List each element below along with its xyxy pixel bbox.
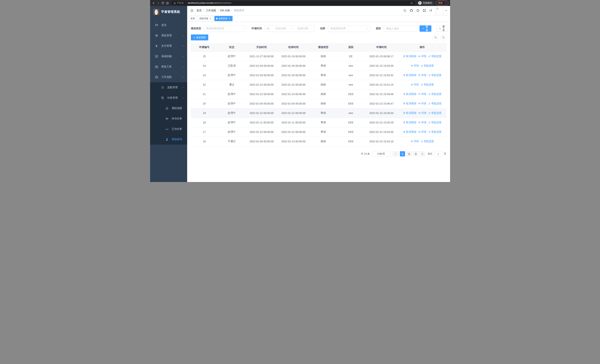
goto-page-input[interactable] xyxy=(434,151,442,157)
sidebar-menu: 首页系统管理¥支付管理基础设施研发工具工作流程流程管理任务管理我的流程待办任务已… xyxy=(150,18,187,145)
approval-progress-link[interactable]: 审批进度 xyxy=(421,140,434,143)
detail-link[interactable]: 详情 xyxy=(418,121,426,124)
prev-page-button[interactable] xyxy=(393,151,398,156)
detail-link[interactable]: 详情 xyxy=(411,140,419,143)
chevron-down-icon xyxy=(182,35,184,37)
bookmark-star-icon[interactable] xyxy=(410,2,413,4)
detail-link[interactable]: 详情 xyxy=(411,64,419,67)
detail-link[interactable]: 详情 xyxy=(411,83,419,86)
breadcrumb-item[interactable]: OA 示例 xyxy=(220,9,230,12)
sidebar-item-process-mgmt[interactable]: 流程管理 xyxy=(150,82,187,93)
start-date-input[interactable]: 开始日期 xyxy=(271,27,291,30)
sidebar-item-home[interactable]: 首页 xyxy=(150,20,187,30)
cancel-leave-link[interactable]: 取消请假 xyxy=(403,130,416,134)
detail-link[interactable]: 详情 xyxy=(418,74,426,77)
breadcrumb-item[interactable]: 工作流程 xyxy=(206,9,216,12)
end-date-input[interactable]: 结束日期 xyxy=(293,27,312,30)
cancel-leave-link[interactable]: 取消请假 xyxy=(403,121,416,124)
approval-progress-link[interactable]: 审批进度 xyxy=(428,130,441,134)
address-bar[interactable]: 不安全 dashboard.yudao.iocoder.cn/bpm/oa/le… xyxy=(171,1,415,5)
page-size-select[interactable]: 10条/页 xyxy=(372,151,393,157)
filter-result: 结果 请选择流结果 xyxy=(320,25,370,32)
tag-leave-query[interactable]: 请假查询× xyxy=(214,16,233,21)
sidebar-item-task-mgmt[interactable]: 任务管理 xyxy=(150,93,187,103)
page-button-2[interactable]: 2 xyxy=(407,151,412,156)
caret-down-icon[interactable]: ▼ xyxy=(445,10,447,11)
fullscreen-icon[interactable] xyxy=(423,9,426,12)
sidebar-item-todo-tasks[interactable]: 待办任务 xyxy=(150,113,187,124)
cell-id: 23 xyxy=(191,71,218,80)
cancel-leave-link[interactable]: 取消请假 xyxy=(403,111,416,115)
tag-process-detail[interactable]: 流程详情× xyxy=(198,16,214,21)
cancel-leave-link[interactable]: 取消请假 xyxy=(403,55,416,58)
cell-reason: EEE xyxy=(337,90,365,99)
approval-progress-link[interactable]: 审批进度 xyxy=(421,64,434,67)
cell-id: 19 xyxy=(191,108,218,118)
cell-apply-time: 2022-01-22 23:53:32 xyxy=(365,71,398,80)
more-vertical-icon[interactable] xyxy=(445,2,447,4)
column-header: 请假类型 xyxy=(309,43,337,52)
cancel-leave-link[interactable]: 取消请假 xyxy=(403,74,416,77)
cancel-leave-link[interactable]: 取消请假 xyxy=(403,93,416,96)
sidebar-item-payment-mgmt[interactable]: ¥支付管理 xyxy=(150,41,187,51)
result-select[interactable]: 请选择流结果 xyxy=(328,25,370,32)
leave-type-select[interactable]: 请选择请假类型 xyxy=(204,25,246,32)
approval-progress-link[interactable]: 审批进度 xyxy=(428,102,441,105)
sidebar-item-done-tasks[interactable]: 已办任务 xyxy=(150,124,187,134)
breadcrumb-item[interactable]: 首页 xyxy=(197,9,202,12)
table-row: 16不通过2022-01-04 00:00:002022-01-13 00:00… xyxy=(191,137,446,146)
sidebar-item-leave-query[interactable]: 请假查询 xyxy=(150,134,187,145)
help-icon[interactable] xyxy=(416,9,420,12)
approval-progress-link[interactable]: 审批进度 xyxy=(428,93,441,96)
page-button-1[interactable]: 1 xyxy=(400,151,405,156)
create-leave-button[interactable]: + 发起请假 xyxy=(191,35,208,40)
reload-icon[interactable] xyxy=(161,1,164,5)
font-size-icon[interactable] xyxy=(429,9,432,12)
sidebar-item-dev-tools[interactable]: 研发工具 xyxy=(150,62,187,72)
sidebar-item-system-mgmt[interactable]: 系统管理 xyxy=(150,30,187,41)
cell-end-time: 2022-01-11 00:00:00 xyxy=(278,118,309,127)
detail-link[interactable]: 详情 xyxy=(418,102,426,105)
home-icon[interactable] xyxy=(166,1,169,5)
github-icon[interactable] xyxy=(410,9,413,12)
sidebar-item-infrastructure[interactable]: 基础设施 xyxy=(150,51,187,62)
search-button[interactable]: 搜索 xyxy=(420,25,431,32)
approval-progress-link[interactable]: 审批进度 xyxy=(428,74,441,77)
search-icon[interactable] xyxy=(403,9,407,12)
sidebar-item-label: 任务管理 xyxy=(167,96,178,100)
approval-progress-link[interactable]: 审批进度 xyxy=(428,55,441,58)
search-icon xyxy=(434,36,437,39)
detail-link[interactable]: 详情 xyxy=(418,55,426,58)
sidebar-item-my-process[interactable]: 我的流程 xyxy=(150,103,187,113)
approval-progress-link[interactable]: 审批进度 xyxy=(428,121,441,124)
update-chip[interactable]: 更新 xyxy=(436,0,448,6)
security-label: 不安全 xyxy=(177,1,184,5)
detail-link[interactable]: 详情 xyxy=(418,111,426,115)
approval-progress-link[interactable]: 审批进度 xyxy=(421,83,434,86)
result-placeholder: 请选择流结果 xyxy=(330,27,346,30)
approval-progress-link[interactable]: 审批进度 xyxy=(428,111,441,115)
user-avatar[interactable] xyxy=(436,7,443,14)
filter-form: 请假类型 请选择请假类型 申请时间 开始日期 - 结束日期 xyxy=(191,25,446,32)
tag-home[interactable]: 首页 xyxy=(189,16,197,21)
filter-apply-time: 申请时间 开始日期 - 结束日期 xyxy=(252,25,315,32)
sidebar-item-workflow[interactable]: 工作流程 xyxy=(150,72,187,82)
forward-icon[interactable] xyxy=(157,1,160,5)
cell-id: 22 xyxy=(191,80,218,90)
detail-link[interactable]: 详情 xyxy=(418,130,426,134)
date-range-picker[interactable]: 开始日期 - 结束日期 xyxy=(265,25,315,32)
back-icon[interactable] xyxy=(152,1,155,5)
close-icon[interactable]: × xyxy=(209,17,212,20)
hamburger-icon[interactable] xyxy=(190,9,194,12)
detail-link[interactable]: 详情 xyxy=(418,93,426,96)
cell-status: 处理中 xyxy=(218,108,246,118)
toggle-search-button[interactable] xyxy=(433,35,439,40)
cancel-leave-link[interactable]: 取消请假 xyxy=(403,102,416,105)
chevron-down-icon xyxy=(242,27,244,30)
refresh-table-button[interactable] xyxy=(441,35,446,40)
reason-input[interactable] xyxy=(384,25,418,32)
close-icon[interactable]: × xyxy=(228,17,231,20)
next-page-button[interactable]: > xyxy=(420,151,425,156)
page-button-3[interactable]: 3 xyxy=(413,151,418,156)
reset-button[interactable]: 重置 xyxy=(437,25,448,32)
